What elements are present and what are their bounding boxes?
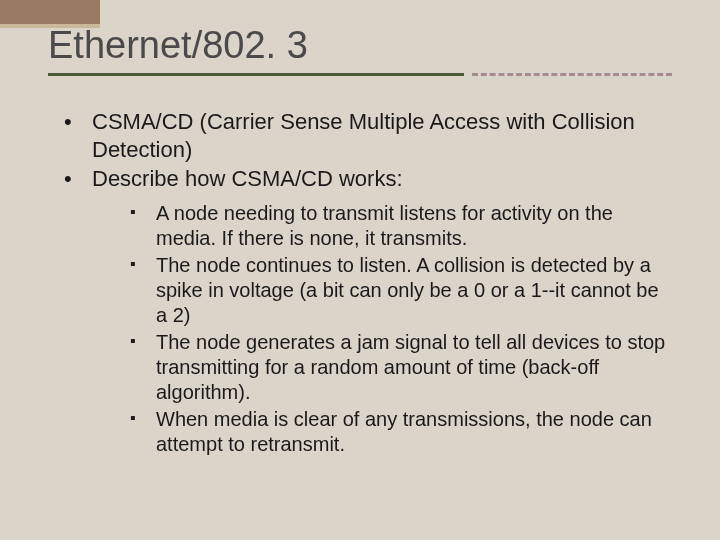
rule-dashed bbox=[472, 73, 672, 76]
list-item: Describe how CSMA/CD works: A node needi… bbox=[58, 165, 672, 457]
rule-solid bbox=[48, 73, 464, 76]
content-area: CSMA/CD (Carrier Sense Multiple Access w… bbox=[58, 108, 672, 459]
list-item: CSMA/CD (Carrier Sense Multiple Access w… bbox=[58, 108, 672, 163]
bullet-text: When media is clear of any transmissions… bbox=[156, 408, 652, 455]
list-item: The node generates a jam signal to tell … bbox=[130, 330, 672, 405]
bullet-list-level2: A node needing to transmit listens for a… bbox=[92, 201, 672, 457]
bullet-list-level1: CSMA/CD (Carrier Sense Multiple Access w… bbox=[58, 108, 672, 457]
title-rule bbox=[48, 73, 672, 76]
slide-title: Ethernet/802. 3 bbox=[48, 24, 672, 73]
bullet-text: The node generates a jam signal to tell … bbox=[156, 331, 665, 403]
bullet-text: The node continues to listen. A collisio… bbox=[156, 254, 659, 326]
bullet-text: CSMA/CD (Carrier Sense Multiple Access w… bbox=[92, 109, 635, 162]
list-item: A node needing to transmit listens for a… bbox=[130, 201, 672, 251]
list-item: The node continues to listen. A collisio… bbox=[130, 253, 672, 328]
bullet-text: Describe how CSMA/CD works: bbox=[92, 166, 403, 191]
bullet-text: A node needing to transmit listens for a… bbox=[156, 202, 613, 249]
slide: Ethernet/802. 3 CSMA/CD (Carrier Sense M… bbox=[0, 0, 720, 540]
list-item: When media is clear of any transmissions… bbox=[130, 407, 672, 457]
title-block: Ethernet/802. 3 bbox=[48, 24, 672, 76]
